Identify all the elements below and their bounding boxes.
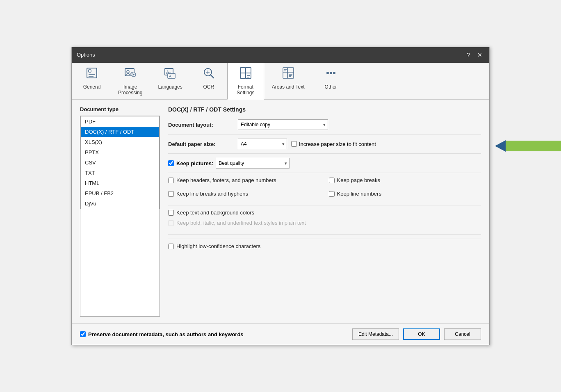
keep-pictures-row: Keep pictures: Best quality Compressed N… (168, 158, 481, 173)
arrow-bar (506, 141, 561, 151)
areas-and-text-icon (282, 66, 295, 82)
highlight-low-confidence-text: Highlight low-confidence characters (176, 243, 260, 249)
keep-line-breaks-checkbox[interactable] (168, 191, 174, 197)
toolbar-label-image-processing: ImageProcessing (118, 84, 142, 96)
preserve-metadata-text: Preserve document metadata, such as auth… (88, 331, 244, 337)
toolbar: General ImageProcessing A (72, 63, 489, 100)
toolbar-item-other[interactable]: Other (312, 63, 349, 100)
highlight-low-confidence-checkbox[interactable] (168, 244, 174, 249)
toolbar-label-areas-and-text: Areas and Text (272, 84, 305, 90)
svg-rect-24 (283, 68, 294, 78)
keep-text-colors-checkbox[interactable] (168, 210, 174, 216)
doc-type-html[interactable]: HTML (81, 178, 159, 188)
left-panel: Document type PDF DOC(X) / RTF / ODT XLS… (80, 106, 160, 317)
toolbar-label-general: General (83, 84, 101, 90)
svg-rect-1 (89, 70, 91, 72)
bottom-left: Preserve document metadata, such as auth… (80, 331, 244, 337)
keep-headers-checkbox[interactable] (168, 178, 174, 183)
svg-text:A: A (169, 74, 171, 78)
paper-size-select[interactable]: A4 Letter A3 A5 (238, 139, 287, 149)
close-button[interactable]: ✕ (475, 50, 484, 59)
separator (168, 239, 481, 239)
edit-metadata-button[interactable]: Edit Metadata... (352, 328, 399, 340)
paper-size-label: Default paper size: (168, 141, 234, 147)
increase-paper-size-checkbox[interactable] (291, 141, 297, 147)
paper-size-select-wrapper: A4 Letter A3 A5 (238, 139, 287, 149)
keep-pictures-checkbox[interactable] (168, 160, 174, 166)
increase-paper-size-text: Increase paper size to fit content (299, 141, 376, 147)
arrow-head (495, 140, 506, 152)
doc-type-txt[interactable]: TXT (81, 168, 159, 178)
preserve-metadata-checkbox[interactable] (80, 331, 86, 337)
doc-type-list-wrapper: PDF DOC(X) / RTF / ODT XLS(X) PPTX CSV T… (80, 116, 160, 317)
doc-type-csv[interactable]: CSV (81, 157, 159, 168)
keep-page-breaks-text: Keep page breaks (337, 177, 381, 183)
toolbar-label-format-settings: FormatSettings (237, 84, 254, 96)
keep-pictures-select[interactable]: Best quality Compressed No pictures (216, 158, 290, 169)
format-settings-icon (239, 66, 252, 82)
keep-page-breaks-checkbox[interactable] (329, 178, 335, 183)
bottom-bar: Preserve document metadata, such as auth… (72, 323, 489, 345)
toolbar-label-languages: Languages (158, 84, 182, 90)
toolbar-label-other: Other (325, 84, 337, 90)
other-icon (324, 66, 338, 82)
keep-line-numbers-text: Keep line numbers (337, 191, 381, 197)
svg-line-15 (210, 75, 214, 78)
languages-icon: A ⌐ A (164, 66, 177, 82)
document-layout-label: Document layout: (168, 122, 234, 128)
toolbar-item-general[interactable]: General (73, 63, 110, 100)
toolbar-item-ocr[interactable]: OCR (190, 63, 227, 100)
cancel-button[interactable]: Cancel (444, 328, 481, 340)
toolbar-item-image-processing[interactable]: ImageProcessing (110, 63, 150, 100)
document-layout-row: Document layout: Editable copy Exact cop… (168, 119, 481, 134)
toolbar-item-format-settings[interactable]: FormatSettings (227, 63, 264, 100)
keep-line-numbers-checkbox[interactable] (329, 191, 335, 197)
svg-point-33 (330, 72, 332, 74)
svg-rect-18 (240, 68, 246, 73)
keep-pictures-select-wrapper: Best quality Compressed No pictures (216, 158, 290, 169)
keep-line-breaks-row[interactable]: Keep line breaks and hyphens (168, 191, 321, 197)
keep-text-colors-text: Keep text and background colors (176, 210, 254, 216)
paper-size-row: Default paper size: A4 Letter A3 A5 Incr… (168, 139, 481, 154)
doc-type-pptx[interactable]: PPTX (81, 147, 159, 157)
arrow-annotation (495, 140, 561, 152)
doc-type-pdf[interactable]: PDF (81, 116, 159, 127)
doc-type-title: Document type (80, 106, 160, 112)
highlight-low-confidence-row[interactable]: Highlight low-confidence characters (168, 243, 481, 249)
keep-bold-italic-checkbox (168, 220, 174, 226)
right-panel: DOC(X) / RTF / ODT Settings Document lay… (168, 106, 481, 317)
checkboxes-grid: Keep headers, footers, and page numbers … (168, 177, 481, 205)
keep-text-colors-section: Keep text and background colors Keep bol… (168, 210, 481, 235)
svg-rect-19 (246, 68, 251, 73)
dialog-title: Options (77, 52, 95, 58)
doc-type-xlsх[interactable]: XLS(X) (81, 137, 159, 147)
svg-point-34 (333, 72, 335, 74)
toolbar-item-areas-and-text[interactable]: Areas and Text (264, 63, 312, 100)
keep-bold-italic-text: Keep bold, italic, and underlined text s… (176, 220, 306, 226)
help-button[interactable]: ? (464, 50, 473, 59)
document-layout-select[interactable]: Editable copy Exact copy Formatted text (238, 119, 328, 130)
section-title: DOC(X) / RTF / ODT Settings (168, 106, 481, 113)
increase-paper-size-label[interactable]: Increase paper size to fit content (291, 141, 376, 147)
keep-line-breaks-text: Keep line breaks and hyphens (176, 191, 248, 197)
keep-text-colors-row[interactable]: Keep text and background colors (168, 210, 481, 216)
doc-type-epub[interactable]: EPUB / FB2 (81, 188, 159, 198)
toolbar-label-ocr: OCR (203, 84, 214, 90)
toolbar-item-languages[interactable]: A ⌐ A Languages (150, 63, 190, 100)
svg-rect-20 (240, 73, 246, 78)
title-bar: Options ? ✕ (72, 47, 489, 63)
ocr-icon (202, 66, 215, 82)
doc-type-list: PDF DOC(X) / RTF / ODT XLS(X) PPTX CSV T… (80, 116, 160, 209)
doc-type-docx[interactable]: DOC(X) / RTF / ODT (81, 127, 159, 137)
keep-headers-row[interactable]: Keep headers, footers, and page numbers (168, 177, 321, 183)
doc-type-djvu[interactable]: DjVu (81, 198, 159, 209)
main-content: Document type PDF DOC(X) / RTF / ODT XLS… (72, 100, 489, 323)
keep-page-breaks-row[interactable]: Keep page breaks (329, 177, 481, 183)
title-bar-controls: ? ✕ (464, 50, 484, 59)
ok-button[interactable]: OK (403, 328, 440, 340)
document-layout-select-wrapper: Editable copy Exact copy Formatted text (238, 119, 328, 130)
keep-line-numbers-row[interactable]: Keep line numbers (329, 191, 481, 197)
keep-headers-text: Keep headers, footers, and page numbers (176, 177, 276, 183)
bottom-right: Edit Metadata... OK Cancel (352, 328, 481, 340)
general-icon (85, 66, 98, 82)
